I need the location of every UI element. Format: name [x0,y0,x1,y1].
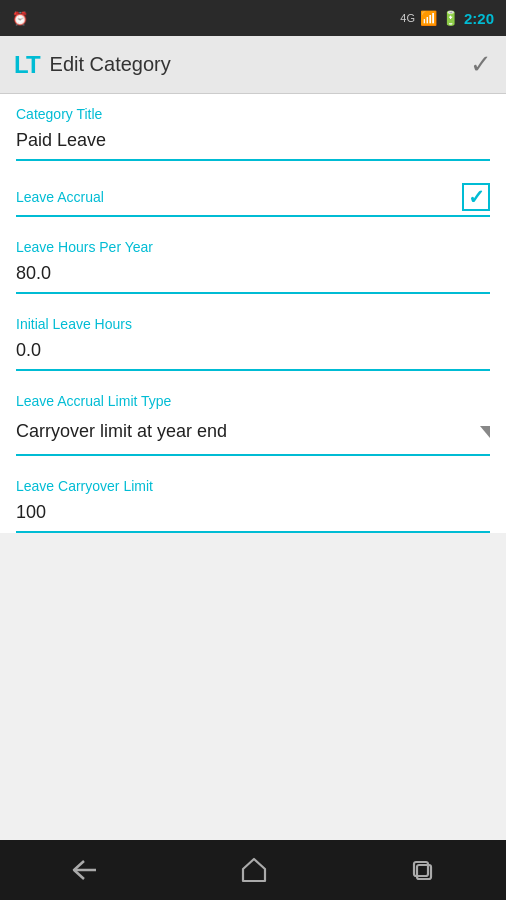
app-bar-left: LT Edit Category [14,51,171,79]
status-time: 2:20 [464,10,494,27]
bottom-navigation [0,840,506,900]
initial-leave-hours-input[interactable] [16,336,490,365]
dropdown-arrow-icon [480,426,490,438]
back-button[interactable] [72,859,98,881]
alarm-icon: ⏰ [12,11,28,26]
leave-carryover-limit-section: Leave Carryover Limit [0,466,506,533]
leave-hours-per-year-label: Leave Hours Per Year [16,239,490,255]
page-title: Edit Category [50,53,171,76]
initial-leave-hours-label: Initial Leave Hours [16,316,490,332]
leave-accrual-checkbox[interactable]: ✓ [462,183,490,211]
app-logo: LT [14,51,40,79]
back-icon [72,859,98,881]
category-title-section: Category Title [0,94,506,161]
svg-marker-1 [243,859,265,881]
leave-hours-per-year-section: Leave Hours Per Year [0,227,506,294]
initial-leave-hours-section: Initial Leave Hours [0,304,506,371]
leave-accrual-limit-type-section: Leave Accrual Limit Type Carryover limit… [0,381,506,456]
leave-accrual-row: Leave Accrual ✓ [0,171,506,215]
home-icon [241,857,267,883]
leave-carryover-limit-input[interactable] [16,498,490,527]
leave-accrual-limit-type-value: Carryover limit at year end [16,417,490,446]
battery-icon: 🔋 [442,10,459,26]
checkbox-check-icon: ✓ [468,185,485,209]
form-content: Category Title Leave Accrual ✓ Leave Hou… [0,94,506,533]
recents-icon [410,858,434,882]
leave-carryover-limit-underline [16,531,490,533]
leave-accrual-limit-type-label: Leave Accrual Limit Type [16,393,490,409]
recents-button[interactable] [410,858,434,882]
app-bar: LT Edit Category ✓ [0,36,506,94]
category-title-input[interactable] [16,126,490,155]
status-bar: ⏰ 4G 📶 🔋 2:20 [0,0,506,36]
signal-icon: 📶 [420,10,437,26]
leave-accrual-limit-type-dropdown[interactable]: Carryover limit at year end [16,413,490,450]
category-title-label: Category Title [16,106,490,122]
leave-accrual-label: Leave Accrual [16,189,104,205]
leave-carryover-limit-label: Leave Carryover Limit [16,478,490,494]
network-icon: 4G [400,12,415,24]
save-button[interactable]: ✓ [470,49,492,80]
leave-hours-per-year-input[interactable] [16,259,490,288]
home-button[interactable] [241,857,267,883]
